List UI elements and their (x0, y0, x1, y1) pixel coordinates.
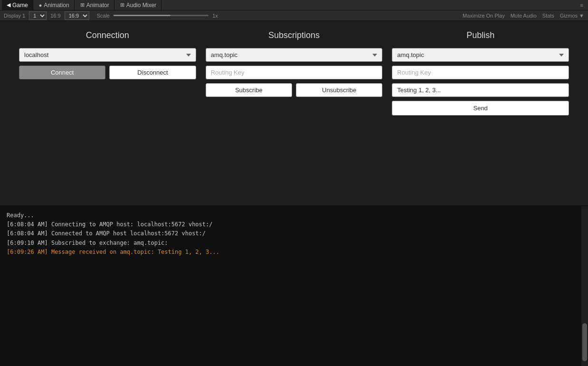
subscriptions-title: Subscriptions (268, 30, 320, 40)
connection-inner: localhost Connect Disconnect (19, 48, 196, 79)
top-panel: Connection localhost Connect Disconnect … (0, 21, 588, 206)
display-select[interactable]: 1 (29, 11, 47, 20)
publish-panel: Publish amq.topic Send (392, 30, 569, 116)
publish-exchange-select[interactable]: amq.topic (392, 48, 569, 62)
animator-icon: ⊞ (80, 2, 85, 8)
tab-bar-left: ◀ Game ● Animation ⊞ Animator ⊞ Audio Mi… (2, 0, 161, 10)
log-line: [6:09:26 AM] Message received on amq.top… (7, 248, 575, 257)
connection-host-select[interactable]: localhost (19, 48, 196, 62)
publish-inner: amq.topic Send (392, 48, 569, 116)
log-line: Ready... (7, 211, 575, 220)
second-bar-right: Maximize On Play Mute Audio Stats Gizmos… (463, 13, 584, 19)
log-area: Ready...[6:08:04 AM] Connecting to AMQP … (0, 206, 581, 366)
tab-bar: ◀ Game ● Animation ⊞ Animator ⊞ Audio Mi… (0, 0, 588, 10)
connect-button[interactable]: Connect (19, 66, 105, 79)
scale-label: Scale (97, 13, 110, 19)
tab-audiomixer-label: Audio Mixer (126, 2, 156, 9)
log-line: [6:08:04 AM] Connecting to AMQP host: lo… (7, 220, 575, 229)
disconnect-button[interactable]: Disconnect (109, 66, 196, 79)
audiomixer-icon: ⊞ (120, 2, 124, 8)
tab-animation-label: Animation (44, 2, 69, 9)
tab-audiomixer[interactable]: ⊞ Audio Mixer (115, 0, 161, 10)
connection-title: Connection (86, 30, 129, 40)
bottom-panel: Ready...[6:08:04 AM] Connecting to AMQP … (0, 206, 588, 366)
tab-animator-label: Animator (86, 2, 109, 9)
send-button[interactable]: Send (392, 101, 569, 116)
connection-button-row: Connect Disconnect (19, 66, 196, 79)
subscriptions-routing-key-input[interactable] (206, 66, 383, 79)
main-area: Connection localhost Connect Disconnect … (0, 21, 588, 366)
log-line: [6:09:10 AM] Subscribed to exchange: amq… (7, 239, 575, 248)
second-bar: Display 1 1 16:9 16:9 Scale 1x Maximize … (0, 10, 588, 21)
connection-panel: Connection localhost Connect Disconnect (19, 30, 196, 116)
publish-title: Publish (466, 30, 494, 40)
tab-animation[interactable]: ● Animation (34, 0, 75, 10)
tab-animator[interactable]: ⊞ Animator (76, 0, 114, 10)
tab-game-label: Game (12, 2, 28, 9)
publish-message-input[interactable] (392, 83, 569, 97)
subscriptions-panel: Subscriptions amq.topic Subscribe Unsubs… (206, 30, 383, 116)
subscriptions-inner: amq.topic Subscribe Unsubscribe (206, 48, 383, 97)
tab-game[interactable]: ◀ Game (2, 0, 33, 10)
unsubscribe-button[interactable]: Unsubscribe (296, 83, 382, 97)
scale-bar[interactable] (114, 15, 209, 16)
publish-routing-key-input[interactable] (392, 66, 569, 79)
maximize-on-play-button[interactable]: Maximize On Play (463, 13, 505, 19)
scale-value: 1x (212, 13, 218, 19)
menu-icon[interactable]: ≡ (580, 2, 583, 8)
display-label: Display 1 (4, 13, 25, 19)
subscriptions-button-row: Subscribe Unsubscribe (206, 83, 383, 97)
gizmos-button[interactable]: Gizmos ▼ (560, 13, 584, 19)
mute-audio-button[interactable]: Mute Audio (511, 13, 537, 19)
scale-fill (114, 15, 171, 16)
stats-button[interactable]: Stats (542, 13, 554, 19)
subscribe-button[interactable]: Subscribe (206, 83, 292, 97)
ratio-select[interactable]: 16:9 (65, 11, 89, 20)
scrollbar-thumb[interactable] (582, 323, 587, 361)
scrollbar-track[interactable] (581, 206, 588, 366)
ratio-label: 16:9 (50, 13, 60, 19)
animation-icon: ● (39, 2, 42, 8)
log-line: [6:08:04 AM] Connected to AMQP host loca… (7, 229, 575, 238)
game-icon: ◀ (7, 2, 10, 8)
panels-row: Connection localhost Connect Disconnect … (0, 21, 588, 125)
tab-bar-right: ≡ (580, 2, 586, 8)
subscriptions-exchange-select[interactable]: amq.topic (206, 48, 383, 62)
